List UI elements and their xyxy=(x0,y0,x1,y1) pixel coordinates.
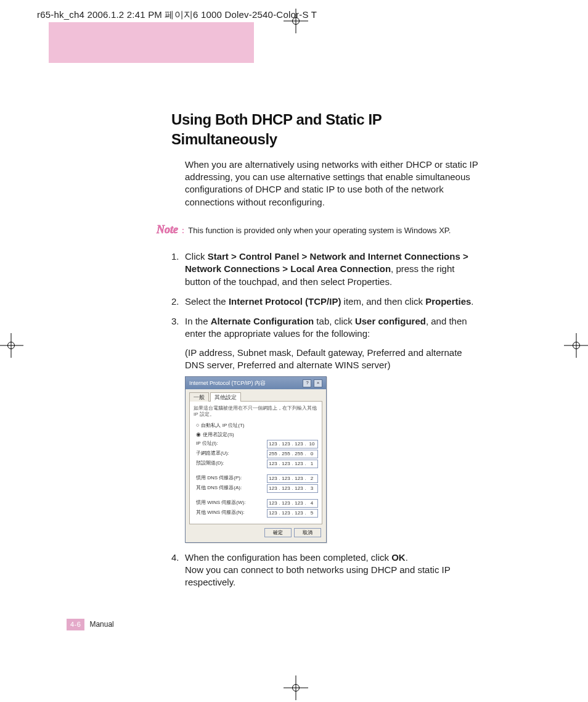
step-text: In the xyxy=(185,316,211,326)
step-bold: OK xyxy=(391,552,406,563)
dialog-tabs: 一般 其他設定 xyxy=(186,389,326,401)
row-dns2: 其他 DNS 伺服器(A): 123.123.123.3 xyxy=(194,484,318,493)
ok-button[interactable]: 確定 xyxy=(264,528,292,537)
help-icon[interactable]: ? xyxy=(303,379,311,387)
row-wins1: 慣用 WINS 伺服器(W): 123.123.123.4 xyxy=(194,499,318,508)
dialog-title-text: Internet Protocol (TCP/IP) 內容 xyxy=(189,379,266,387)
step-2: Select the Internet Protocol (TCP/IP) it… xyxy=(185,295,482,308)
page-number-badge: 4-6 xyxy=(67,619,84,630)
close-icon[interactable]: × xyxy=(314,379,322,387)
ip-input[interactable]: 123.123.123.10 xyxy=(267,440,318,448)
decorative-header-block xyxy=(49,22,254,63)
label-ip: IP 位址(I): xyxy=(194,440,218,447)
label-wins2: 其他 WINS 伺服器(N): xyxy=(194,510,245,516)
steps-list: Click Start > Control Panel > Network an… xyxy=(171,250,482,588)
radio-user-configured[interactable]: 使用者設定(S) xyxy=(194,431,318,439)
tab-alternate[interactable]: 其他設定 xyxy=(210,392,241,402)
dns2-input[interactable]: 123.123.123.3 xyxy=(267,484,318,493)
dns1-input[interactable]: 123.123.123.2 xyxy=(267,474,318,483)
page-content: Using Both DHCP and Static IP Simultaneo… xyxy=(171,110,482,597)
step-text: . xyxy=(406,552,408,563)
label-gw: 預設閘道(D): xyxy=(194,460,224,467)
note-label: Note xyxy=(157,222,178,237)
step-text: item, and then click xyxy=(341,296,425,307)
gw-input[interactable]: 123.123.123.1 xyxy=(267,460,318,468)
row-gw: 預設閘道(D): 123.123.123.1 xyxy=(194,460,318,468)
step-sub: Now you can connect to both networks usi… xyxy=(185,564,482,589)
registration-mark-icon xyxy=(564,333,588,358)
registration-mark-icon xyxy=(284,9,308,33)
step-text: . xyxy=(471,296,473,307)
intro-paragraph: When you are alternatively using network… xyxy=(185,159,482,209)
mask-input[interactable]: 255.255.255.0 xyxy=(267,450,318,458)
tcpip-properties-dialog: Internet Protocol (TCP/IP) 內容 ? × 一般 其他設… xyxy=(185,376,327,543)
cancel-button[interactable]: 取消 xyxy=(294,528,321,537)
row-dns1: 慣用 DNS 伺服器(P): 123.123.123.2 xyxy=(194,474,318,483)
dialog-footer: 確定 取消 xyxy=(186,528,326,542)
step-sub: (IP address, Subnet mask, Default gatewa… xyxy=(185,347,482,372)
row-wins2: 其他 WINS 伺服器(N): 123.123.123.5 xyxy=(194,509,318,518)
step-bold: User configured xyxy=(355,316,426,326)
wins1-input[interactable]: 123.123.123.4 xyxy=(267,499,318,508)
registration-mark-icon xyxy=(0,333,23,358)
wins2-input[interactable]: 123.123.123.5 xyxy=(267,509,318,518)
page-title: Using Both DHCP and Static IP Simultaneo… xyxy=(171,110,482,150)
footer-label: Manual xyxy=(89,619,113,629)
step-bold: Internet Protocol (TCP/IP) xyxy=(229,296,341,307)
label-dns2: 其他 DNS 伺服器(A): xyxy=(194,485,242,492)
label-dns1: 慣用 DNS 伺服器(P): xyxy=(194,475,242,482)
step-bold: Properties xyxy=(425,296,471,307)
step-3: In the Alternate Configuration tab, clic… xyxy=(185,315,482,543)
step-text: Select the xyxy=(185,296,229,307)
tab-general[interactable]: 一般 xyxy=(189,392,209,402)
label-mask: 子網路遮罩(U): xyxy=(194,450,229,457)
row-ip: IP 位址(I): 123.123.123.10 xyxy=(194,440,318,448)
step-text: When the configuration has been complete… xyxy=(185,552,391,563)
step-1: Click Start > Control Panel > Network an… xyxy=(185,250,482,288)
step-text: Click xyxy=(185,251,208,262)
note-text: This function is provided only when your… xyxy=(188,226,451,235)
note-line: Note : This function is provided only wh… xyxy=(157,222,482,237)
dialog-description: 如果這台電腦被使用在不只一個網路上，在下列輸入其他 IP 設定。 xyxy=(194,405,318,418)
row-mask: 子網路遮罩(U): 255.255.255.0 xyxy=(194,450,318,458)
radio-auto-ip[interactable]: 自動私人 IP 位址(T) xyxy=(194,421,318,429)
label-wins1: 慣用 WINS 伺服器(W): xyxy=(194,500,245,506)
page-footer: 4-6 Manual xyxy=(67,619,114,630)
step-text: tab, click xyxy=(314,316,355,326)
step-4: When the configuration has been complete… xyxy=(185,551,482,589)
print-header-strip: r65-hk_ch4 2006.1.2 2:41 PM 페이지6 1000 Do… xyxy=(37,9,317,21)
dialog-body: 如果這台電腦被使用在不只一個網路上，在下列輸入其他 IP 設定。 自動私人 IP… xyxy=(189,401,322,524)
registration-mark-icon xyxy=(284,675,308,700)
dialog-titlebar: Internet Protocol (TCP/IP) 內容 ? × xyxy=(186,377,326,389)
step-bold: Alternate Configuration xyxy=(211,316,314,326)
note-separator-icon: : xyxy=(182,226,184,235)
